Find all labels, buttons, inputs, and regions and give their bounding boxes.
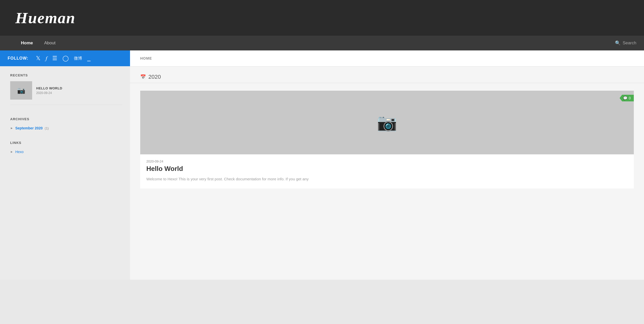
recent-thumbnail: 📷 [10, 81, 32, 100]
nav-search[interactable]: 🔍 Search [607, 36, 644, 50]
year-section: 📅 2020 [130, 66, 644, 83]
twitter-icon[interactable]: 𝕏 [36, 55, 41, 62]
layout: FOLLOW: 𝕏 𝑓 ☰ ◯ 微博 ⎯ RECENTS 📷 HELLO WOR… [0, 50, 644, 280]
follow-label: FOLLOW: [8, 56, 28, 61]
sidebar: FOLLOW: 𝕏 𝑓 ☰ ◯ 微博 ⎯ RECENTS 📷 HELLO WOR… [0, 50, 130, 280]
archives-title: ARCHIVES [10, 117, 122, 121]
recent-post-title[interactable]: HELLO WORLD [36, 86, 62, 90]
recent-item: 📷 HELLO WORLD 2020-09-24 [10, 81, 122, 105]
year-label: 2020 [148, 74, 161, 80]
rss-icon[interactable]: ⎯ [87, 55, 91, 62]
post-image-placeholder: 📷 [140, 91, 634, 154]
archive-link[interactable]: September 2020 [15, 126, 43, 130]
post-card: 📷 💬 0 2020-09-24 Hello World Welcome to … [140, 91, 634, 188]
site-header: Hueman [0, 0, 644, 36]
post-body: 2020-09-24 Hello World Welcome to Hexo! … [140, 154, 634, 188]
comment-count: 0 [629, 96, 631, 100]
links-section: LINKS ► Hexo [0, 134, 130, 157]
main-content: HOME 📅 2020 📷 💬 0 2020-09-24 Hello World… [130, 50, 644, 280]
github-icon[interactable]: ◯ [62, 55, 69, 62]
links-item: ► Hexo [10, 149, 122, 155]
weibo-icon[interactable]: 微博 [74, 56, 82, 61]
post-date: 2020-09-24 [146, 159, 628, 163]
archive-arrow-icon: ► [10, 126, 13, 130]
links-link-hexo[interactable]: Hexo [15, 150, 24, 154]
archives-section: ARCHIVES ► September 2020 (1) [0, 110, 130, 134]
calendar-icon: 📅 [140, 74, 146, 80]
recent-info: HELLO WORLD 2020-09-24 [36, 86, 62, 95]
search-icon: 🔍 [615, 40, 621, 46]
comment-icon: 💬 [623, 96, 627, 100]
follow-bar: FOLLOW: 𝕏 𝑓 ☰ ◯ 微博 ⎯ [0, 50, 130, 66]
recents-title: RECENTS [10, 73, 122, 77]
facebook-icon[interactable]: 𝑓 [46, 55, 47, 62]
site-title: Hueman [15, 9, 75, 27]
search-label: Search [623, 40, 636, 46]
archive-count: (1) [45, 126, 49, 130]
site-nav: Home About 🔍 Search [0, 36, 644, 50]
archive-item: ► September 2020 (1) [10, 125, 122, 131]
comment-badge[interactable]: 💬 0 [620, 95, 634, 101]
post-title[interactable]: Hello World [146, 165, 628, 173]
camera-icon: 📷 [17, 87, 25, 94]
nav-home[interactable]: Home [15, 36, 38, 50]
links-arrow-icon: ► [10, 150, 13, 154]
nav-about[interactable]: About [38, 36, 61, 50]
post-image-wrap: 📷 💬 0 [140, 91, 634, 154]
nav-links: Home About [15, 36, 61, 50]
recent-post-date: 2020-09-24 [36, 91, 62, 95]
breadcrumb: HOME [140, 56, 152, 60]
post-excerpt: Welcome to Hexo! This is your very first… [146, 176, 628, 182]
recents-section: RECENTS 📷 HELLO WORLD 2020-09-24 [0, 66, 130, 110]
breadcrumb-bar: HOME [130, 50, 644, 66]
links-title: LINKS [10, 141, 122, 145]
stack-exchange-icon[interactable]: ☰ [52, 55, 57, 62]
post-camera-icon: 📷 [377, 113, 397, 132]
